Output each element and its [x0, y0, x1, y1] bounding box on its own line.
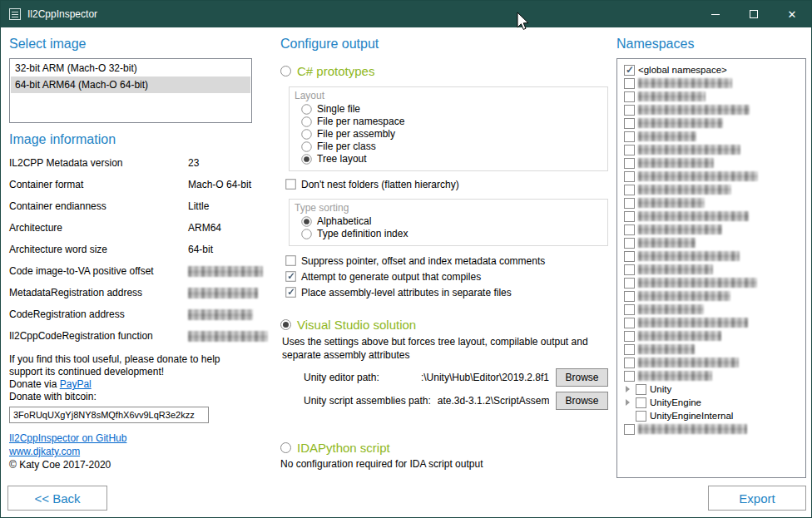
- radio-option[interactable]: Tree layout: [301, 153, 599, 165]
- namespace-row[interactable]: [619, 422, 804, 436]
- browse-script-button[interactable]: Browse: [556, 392, 608, 410]
- namespace-checkbox[interactable]: [624, 105, 635, 116]
- namespace-checkbox[interactable]: [624, 331, 635, 342]
- namespace-checkbox[interactable]: [624, 224, 635, 235]
- namespace-checkbox[interactable]: [624, 278, 635, 289]
- flatten-checkbox-row[interactable]: Don't nest folders (flatten hierarchy): [285, 178, 608, 190]
- image-list-item[interactable]: 32-bit ARM (Mach-O 32-bit): [11, 60, 250, 76]
- namespace-row[interactable]: [619, 130, 804, 143]
- checkbox-option[interactable]: Place assembly-level attributes in separ…: [285, 286, 608, 298]
- namespace-row[interactable]: [619, 249, 804, 263]
- image-list-item[interactable]: 64-bit ARM64 (Mach-O 64-bit): [11, 76, 250, 93]
- namespace-row[interactable]: [619, 329, 804, 343]
- radio-option[interactable]: Type definition index: [301, 228, 599, 239]
- namespace-row[interactable]: [619, 369, 804, 382]
- namespace-checkbox[interactable]: [624, 211, 635, 222]
- namespace-checkbox[interactable]: [624, 318, 635, 328]
- radio-icon[interactable]: [301, 129, 311, 139]
- browse-editor-button[interactable]: Browse: [556, 368, 608, 387]
- checkbox-icon[interactable]: [285, 179, 295, 189]
- namespace-row[interactable]: UnityEngine: [619, 396, 804, 409]
- namespace-row[interactable]: [619, 236, 804, 249]
- radio-icon[interactable]: [280, 66, 291, 76]
- namespace-checkbox[interactable]: [624, 291, 635, 302]
- radio-icon[interactable]: [301, 141, 311, 151]
- expander-icon[interactable]: [624, 386, 632, 392]
- namespace-checkbox[interactable]: [624, 145, 635, 155]
- namespace-row[interactable]: [619, 356, 804, 369]
- namespace-checkbox[interactable]: [624, 171, 635, 182]
- namespace-row[interactable]: UnityEngineInternal: [619, 409, 804, 422]
- mode-csharp-prototypes[interactable]: C# prototypes: [280, 63, 608, 78]
- namespace-checkbox[interactable]: [636, 397, 646, 408]
- namespace-row[interactable]: [619, 210, 804, 223]
- maximize-button[interactable]: [735, 1, 773, 27]
- namespace-row[interactable]: [619, 343, 804, 356]
- github-link[interactable]: Il2CppInspector on GitHub: [9, 432, 126, 444]
- expander-icon[interactable]: [624, 399, 632, 406]
- radio-icon[interactable]: [301, 116, 311, 126]
- back-button[interactable]: << Back: [7, 486, 107, 511]
- minimize-button[interactable]: [696, 1, 735, 27]
- namespace-checkbox[interactable]: [624, 91, 635, 102]
- radio-option[interactable]: File per assembly: [301, 128, 599, 140]
- namespace-checkbox[interactable]: [624, 371, 635, 382]
- radio-icon[interactable]: [301, 229, 311, 239]
- paypal-link[interactable]: PayPal: [60, 378, 92, 390]
- namespace-checkbox[interactable]: [624, 78, 635, 89]
- unity-script-path-value[interactable]: ate.3d-3.1.2\ScriptAssemblies: [438, 395, 549, 407]
- radio-icon[interactable]: [301, 154, 311, 164]
- namespace-checkbox[interactable]: [624, 198, 635, 209]
- namespace-row[interactable]: [619, 223, 804, 236]
- radio-icon[interactable]: [301, 216, 311, 226]
- mode-visual-studio-solution[interactable]: Visual Studio solution: [280, 317, 608, 332]
- checkbox-icon[interactable]: [285, 255, 295, 265]
- radio-icon[interactable]: [280, 319, 291, 330]
- radio-icon[interactable]: [301, 104, 311, 114]
- checkbox-icon[interactable]: [285, 287, 295, 297]
- namespace-row[interactable]: [619, 116, 804, 130]
- namespace-checkbox[interactable]: [624, 264, 635, 275]
- checkbox-option[interactable]: Suppress pointer, offset and index metad…: [285, 254, 608, 267]
- namespace-row[interactable]: [619, 289, 804, 303]
- close-button[interactable]: ✕: [773, 1, 811, 27]
- namespace-checkbox[interactable]: [624, 424, 635, 435]
- namespace-checkbox[interactable]: [624, 158, 635, 169]
- checkbox-option[interactable]: Attempt to generate output that compiles: [285, 270, 608, 283]
- titlebar[interactable]: Il2CppInspector ✕: [1, 1, 811, 27]
- namespace-row[interactable]: [619, 170, 804, 183]
- namespace-row[interactable]: [619, 76, 804, 90]
- namespace-row[interactable]: [619, 303, 804, 316]
- website-link[interactable]: www.djkaty.com: [9, 446, 80, 457]
- radio-option[interactable]: Alphabetical: [301, 215, 599, 227]
- namespace-row[interactable]: [619, 183, 804, 196]
- namespace-row[interactable]: [619, 103, 804, 116]
- namespace-checkbox[interactable]: [624, 238, 635, 249]
- export-button[interactable]: Export: [708, 486, 806, 511]
- namespace-row[interactable]: [619, 90, 804, 103]
- namespace-checkbox[interactable]: [624, 304, 635, 315]
- namespace-row[interactable]: Unity: [619, 382, 804, 396]
- radio-icon[interactable]: [280, 442, 291, 453]
- namespace-checkbox[interactable]: [624, 65, 635, 76]
- namespace-checkbox[interactable]: [624, 131, 635, 142]
- namespace-checkbox[interactable]: [624, 118, 635, 129]
- namespace-row[interactable]: <global namespace>: [619, 63, 804, 76]
- namespace-row[interactable]: [619, 263, 804, 276]
- namespace-row[interactable]: [619, 276, 804, 289]
- checkbox-icon[interactable]: [285, 271, 295, 281]
- radio-option[interactable]: Single file: [301, 103, 599, 115]
- mode-idapython-script[interactable]: IDAPython script: [280, 440, 608, 455]
- namespace-row[interactable]: [619, 156, 804, 170]
- radio-option[interactable]: File per namespace: [301, 116, 599, 127]
- namespace-checkbox[interactable]: [624, 185, 635, 195]
- unity-editor-path-value[interactable]: :\Unity\Hub\Editor\2019.2.8f1: [386, 372, 549, 383]
- bitcoin-address-input[interactable]: [9, 407, 209, 423]
- namespace-checkbox[interactable]: [636, 411, 646, 422]
- namespace-row[interactable]: [619, 143, 804, 156]
- namespace-row[interactable]: [619, 316, 804, 329]
- radio-option[interactable]: File per class: [301, 141, 599, 152]
- namespace-checkbox[interactable]: [624, 251, 635, 262]
- namespace-checkbox[interactable]: [624, 344, 635, 355]
- namespace-row[interactable]: [619, 196, 804, 210]
